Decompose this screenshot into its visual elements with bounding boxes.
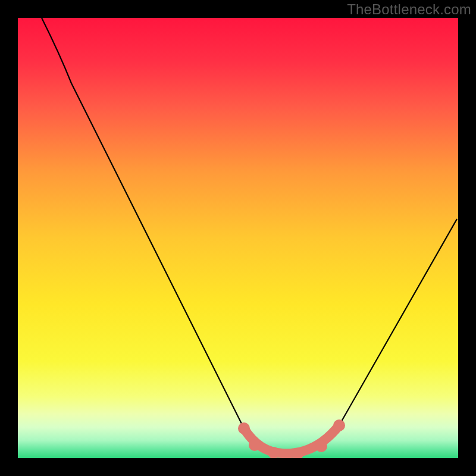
bottleneck-curve bbox=[18, 18, 458, 458]
curve-path bbox=[42, 18, 457, 453]
plot-area bbox=[18, 18, 458, 458]
marker-dot bbox=[249, 439, 261, 451]
marker-dot bbox=[238, 422, 250, 434]
chart-container: TheBottleneck.com bbox=[0, 0, 476, 476]
marker-dot bbox=[315, 440, 327, 452]
marker-dot bbox=[333, 419, 345, 431]
watermark-text: TheBottleneck.com bbox=[347, 1, 471, 18]
